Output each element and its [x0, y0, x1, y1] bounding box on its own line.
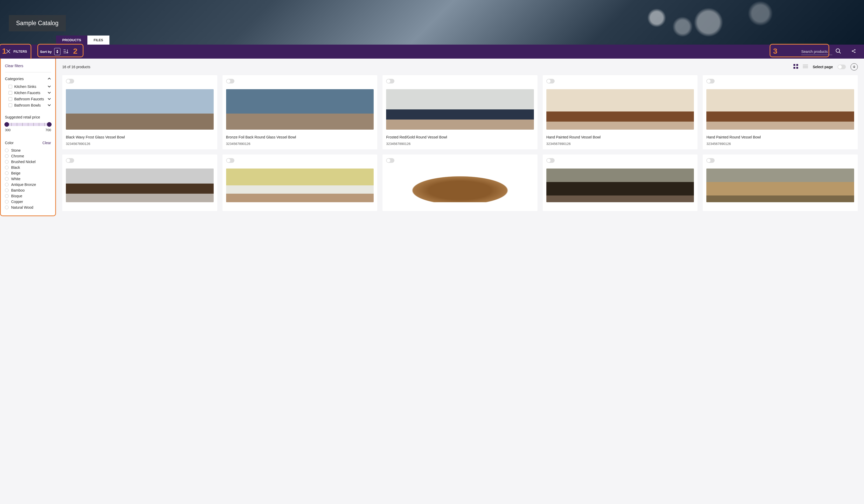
radio-icon[interactable]	[5, 154, 9, 158]
radio-icon[interactable]	[5, 206, 9, 209]
product-card[interactable]	[62, 155, 217, 211]
radio-icon[interactable]	[5, 148, 9, 152]
catalog-tabs: PRODUCTS FILES	[56, 36, 109, 45]
product-card[interactable]	[383, 155, 538, 211]
product-select-toggle[interactable]	[226, 158, 235, 163]
chevron-down-icon	[47, 91, 51, 95]
category-label: Kitchen Faucets	[14, 91, 40, 95]
clear-filters-link[interactable]: Clear filters	[5, 64, 51, 72]
color-option[interactable]: Beige	[5, 170, 51, 176]
svg-rect-8	[803, 64, 808, 65]
hero-banner: Sample Catalog PRODUCTS FILES	[0, 0, 864, 45]
category-label: Bathroom Faucets	[14, 97, 44, 101]
callout-2-num: 2	[73, 47, 77, 56]
categories-header[interactable]: Categories	[5, 76, 51, 81]
color-name: White	[11, 177, 21, 181]
price-slider[interactable]	[6, 123, 50, 126]
product-select-toggle[interactable]	[66, 158, 74, 163]
product-select-toggle[interactable]	[226, 79, 235, 83]
search-icon[interactable]	[836, 48, 841, 55]
color-option[interactable]: Chrome	[5, 153, 51, 159]
list-view-icon[interactable]	[803, 64, 808, 69]
product-title: Black Wavy Frost Glass Vessel Bowl	[66, 135, 214, 140]
category-label: Bathroom Bowls	[14, 103, 41, 107]
color-option[interactable]: Copper	[5, 199, 51, 205]
product-card[interactable]	[223, 155, 377, 211]
search-input[interactable]	[801, 48, 832, 55]
price-max: 700	[45, 128, 51, 132]
product-sku: 3234567890126	[226, 142, 374, 146]
product-card[interactable]: Bronze Foil Back Round Glass Vessel Bowl…	[223, 75, 377, 149]
product-card[interactable]: Hand Painted Round Vessel Bowl3234567890…	[703, 75, 858, 149]
product-image	[706, 169, 854, 202]
color-option[interactable]: Black	[5, 165, 51, 170]
product-select-toggle[interactable]	[706, 79, 715, 83]
category-item[interactable]: Bathroom Faucets	[5, 96, 51, 102]
chevron-down-icon	[47, 103, 51, 107]
svg-rect-6	[793, 67, 795, 69]
product-card[interactable]	[703, 155, 858, 211]
color-option[interactable]: Brushed Nickel	[5, 159, 51, 165]
product-select-toggle[interactable]	[386, 79, 394, 83]
price-slider-max-handle[interactable]	[47, 122, 52, 127]
product-card[interactable]: Hand Painted Round Vessel Bowl3234567890…	[543, 75, 698, 149]
grid-view-icon[interactable]	[793, 64, 798, 70]
category-item[interactable]: Bathroom Bowls	[5, 102, 51, 108]
select-page-toggle[interactable]	[838, 64, 846, 69]
color-name: Copper	[11, 200, 23, 204]
color-option[interactable]: Bisque	[5, 193, 51, 199]
chevron-down-icon	[47, 85, 51, 89]
color-name: Brushed Nickel	[11, 160, 36, 164]
product-card[interactable]: Frosted Red/Gold Round Vessel Bowl323456…	[383, 75, 538, 149]
category-item[interactable]: Kitchen Sinks	[5, 83, 51, 90]
checkbox-icon[interactable]	[9, 85, 12, 88]
radio-icon[interactable]	[5, 160, 9, 164]
filters-sidebar: Clear filters Categories Kitchen SinksKi…	[0, 59, 56, 216]
radio-icon[interactable]	[5, 183, 9, 187]
color-clear-link[interactable]: Clear	[43, 141, 51, 145]
radio-icon[interactable]	[5, 166, 9, 169]
product-select-toggle[interactable]	[66, 79, 74, 83]
product-select-toggle[interactable]	[547, 79, 555, 83]
select-page-label: Select page	[813, 65, 833, 69]
download-button[interactable]	[851, 63, 858, 71]
color-name: Chrome	[11, 154, 24, 158]
color-option[interactable]: Natural Wood	[5, 205, 51, 210]
checkbox-icon[interactable]	[9, 104, 12, 107]
radio-icon[interactable]	[5, 171, 9, 175]
price-slider-min-handle[interactable]	[4, 122, 9, 127]
checkbox-icon[interactable]	[9, 97, 12, 101]
category-item[interactable]: Kitchen Faucets	[5, 90, 51, 96]
share-icon[interactable]	[852, 49, 856, 54]
product-image	[547, 89, 694, 130]
categories-label: Categories	[5, 76, 24, 81]
filters-toggle[interactable]: FILTERS	[3, 49, 30, 55]
tab-files[interactable]: FILES	[87, 36, 109, 45]
radio-icon[interactable]	[5, 189, 9, 192]
price-min: 300	[5, 128, 11, 132]
toolbar: FILTERS Sort by 1 2 3	[0, 45, 864, 59]
color-filter: Color Clear StoneChromeBrushed NickelBla…	[5, 141, 51, 210]
color-option[interactable]: Bamboo	[5, 188, 51, 193]
color-name: Antique Bronze	[11, 182, 36, 187]
tab-products[interactable]: PRODUCTS	[56, 36, 87, 45]
radio-icon[interactable]	[5, 194, 9, 198]
color-option[interactable]: Stone	[5, 147, 51, 153]
radio-icon[interactable]	[5, 177, 9, 181]
color-name: Bisque	[11, 194, 22, 198]
color-option[interactable]: Antique Bronze	[5, 182, 51, 188]
radio-icon[interactable]	[5, 200, 9, 204]
category-label: Kitchen Sinks	[14, 85, 36, 89]
product-image	[66, 89, 214, 130]
sort-by-control[interactable]: Sort by	[40, 48, 69, 55]
product-card[interactable]: Black Wavy Frost Glass Vessel Bowl323456…	[62, 75, 217, 149]
checkbox-icon[interactable]	[9, 91, 12, 95]
color-option[interactable]: White	[5, 176, 51, 182]
product-select-toggle[interactable]	[386, 158, 394, 163]
product-select-toggle[interactable]	[706, 158, 715, 163]
product-image	[386, 169, 534, 202]
product-card[interactable]	[543, 155, 698, 211]
product-select-toggle[interactable]	[547, 158, 555, 163]
product-title: Bronze Foil Back Round Glass Vessel Bowl	[226, 135, 374, 140]
sort-dropdown-icon	[54, 48, 60, 55]
